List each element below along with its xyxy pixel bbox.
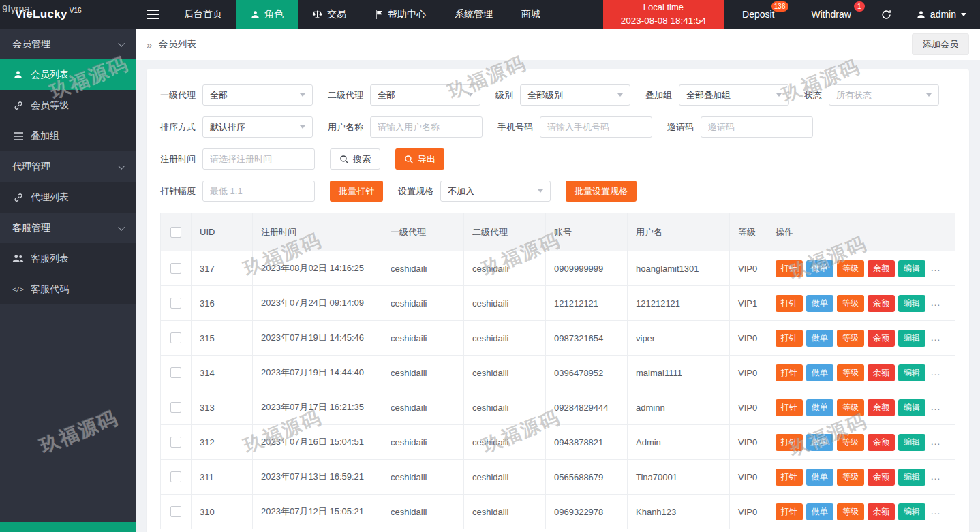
- inject-button[interactable]: 打针: [776, 295, 803, 312]
- balance-button[interactable]: 余额: [868, 399, 895, 416]
- more-actions-button[interactable]: …: [930, 470, 942, 482]
- deposit-button[interactable]: Deposit 136: [724, 0, 793, 29]
- level-button[interactable]: 等级: [837, 434, 864, 451]
- level-button[interactable]: 等级: [837, 469, 864, 486]
- more-actions-button[interactable]: …: [930, 435, 942, 447]
- select-all-checkbox[interactable]: [170, 227, 181, 238]
- search-button[interactable]: 搜索: [330, 148, 380, 170]
- inject-button[interactable]: 打针: [776, 503, 803, 520]
- sidebar-item-label: 会员列表: [31, 69, 69, 81]
- make-order-button[interactable]: 做单: [806, 260, 833, 277]
- balance-button[interactable]: 余额: [868, 469, 895, 486]
- topnav-item[interactable]: 帮助中心: [361, 0, 440, 29]
- more-actions-button[interactable]: …: [930, 331, 942, 343]
- spec-select[interactable]: 不加入: [440, 181, 551, 202]
- inject-button[interactable]: 打针: [776, 260, 803, 277]
- withdraw-button[interactable]: Withdraw 1: [793, 0, 870, 29]
- sidebar-item[interactable]: 代理列表: [0, 182, 136, 213]
- code-icon: </>: [12, 285, 24, 294]
- topnav-item[interactable]: 系统管理: [440, 0, 507, 29]
- second-agent-select[interactable]: 全部: [370, 84, 480, 106]
- inject-button[interactable]: 打针: [776, 434, 803, 451]
- inject-button[interactable]: 打针: [776, 330, 803, 347]
- sidebar-group-label: 客服管理: [12, 222, 50, 234]
- balance-button[interactable]: 余额: [868, 260, 895, 277]
- make-order-button[interactable]: 做单: [806, 469, 833, 486]
- inject-button[interactable]: 打针: [776, 399, 803, 416]
- row-checkbox[interactable]: [170, 367, 181, 378]
- more-actions-button[interactable]: …: [930, 505, 942, 516]
- sidebar-group[interactable]: 客服管理: [0, 213, 136, 243]
- batch-set-spec-button[interactable]: 批量设置规格: [566, 181, 637, 202]
- sidebar-group[interactable]: 代理管理: [0, 151, 136, 182]
- level-button[interactable]: 等级: [837, 503, 864, 520]
- sidebar-item[interactable]: 叠加组: [0, 121, 136, 151]
- topnav-item[interactable]: 角色: [236, 0, 298, 29]
- make-order-button[interactable]: 做单: [806, 503, 833, 520]
- row-checkbox[interactable]: [170, 263, 181, 274]
- level-button[interactable]: 等级: [837, 330, 864, 347]
- edit-button[interactable]: 编辑: [898, 295, 925, 312]
- level-select[interactable]: 全部级别: [520, 84, 630, 106]
- phone-input[interactable]: [540, 117, 652, 137]
- more-actions-button[interactable]: …: [930, 366, 942, 377]
- row-checkbox[interactable]: [170, 471, 181, 482]
- menu-toggle-icon[interactable]: [136, 0, 170, 29]
- sidebar-item[interactable]: 客服列表: [0, 243, 136, 274]
- edit-button[interactable]: 编辑: [898, 503, 925, 520]
- username-input[interactable]: [371, 117, 482, 137]
- inject-button[interactable]: 打针: [776, 364, 803, 381]
- row-checkbox[interactable]: [170, 437, 181, 448]
- cell-username: Khanh123: [628, 495, 730, 529]
- user-menu[interactable]: admin: [903, 0, 980, 29]
- sidebar-group[interactable]: 会员管理: [0, 29, 136, 59]
- topbar-right: Local time 2023-08-08 18:41:54 Deposit 1…: [603, 0, 980, 29]
- row-checkbox[interactable]: [170, 402, 181, 413]
- inject-range-input[interactable]: [203, 181, 314, 201]
- level-button[interactable]: 等级: [837, 399, 864, 416]
- level-button[interactable]: 等级: [837, 295, 864, 312]
- make-order-button[interactable]: 做单: [806, 434, 833, 451]
- edit-button[interactable]: 编辑: [898, 364, 925, 381]
- refresh-icon[interactable]: [870, 0, 903, 29]
- topnav-item[interactable]: 商城: [507, 0, 555, 29]
- balance-button[interactable]: 余额: [868, 330, 895, 347]
- sidebar-item[interactable]: 会员等级: [0, 90, 136, 121]
- balance-button[interactable]: 余额: [868, 364, 895, 381]
- row-checkbox[interactable]: [170, 332, 181, 343]
- topnav-item[interactable]: 后台首页: [170, 0, 236, 29]
- sort-select[interactable]: 默认排序: [202, 116, 313, 138]
- make-order-button[interactable]: 做单: [806, 330, 833, 347]
- sidebar-item[interactable]: 会员列表: [0, 59, 136, 90]
- status-select[interactable]: 所有状态: [829, 84, 939, 106]
- make-order-button[interactable]: 做单: [806, 364, 833, 381]
- edit-button[interactable]: 编辑: [898, 260, 925, 277]
- level-button[interactable]: 等级: [837, 260, 864, 277]
- sidebar-item[interactable]: </>客服代码: [0, 274, 136, 304]
- edit-button[interactable]: 编辑: [898, 399, 925, 416]
- inject-button[interactable]: 打针: [776, 469, 803, 486]
- edit-button[interactable]: 编辑: [898, 434, 925, 451]
- topnav-item[interactable]: 交易: [298, 0, 361, 29]
- sidebar-collapse-bar[interactable]: [0, 522, 136, 532]
- make-order-button[interactable]: 做单: [806, 399, 833, 416]
- make-order-button[interactable]: 做单: [806, 295, 833, 312]
- balance-button[interactable]: 余额: [868, 503, 895, 520]
- more-actions-button[interactable]: …: [930, 296, 942, 308]
- balance-button[interactable]: 余额: [868, 295, 895, 312]
- register-time-input[interactable]: [203, 149, 314, 169]
- row-checkbox[interactable]: [170, 506, 181, 517]
- more-actions-button[interactable]: …: [930, 262, 942, 273]
- more-actions-button[interactable]: …: [930, 401, 942, 412]
- level-button[interactable]: 等级: [837, 364, 864, 381]
- invite-code-input[interactable]: [701, 117, 812, 137]
- export-button[interactable]: 导出: [395, 148, 444, 170]
- overlay-group-select[interactable]: 全部叠加组: [679, 84, 789, 106]
- batch-inject-button[interactable]: 批量打针: [330, 181, 383, 202]
- first-agent-select[interactable]: 全部: [202, 84, 313, 106]
- edit-button[interactable]: 编辑: [898, 330, 925, 347]
- balance-button[interactable]: 余额: [868, 434, 895, 451]
- add-member-button[interactable]: 添加会员: [912, 33, 969, 55]
- row-checkbox[interactable]: [170, 298, 181, 309]
- edit-button[interactable]: 编辑: [898, 469, 925, 486]
